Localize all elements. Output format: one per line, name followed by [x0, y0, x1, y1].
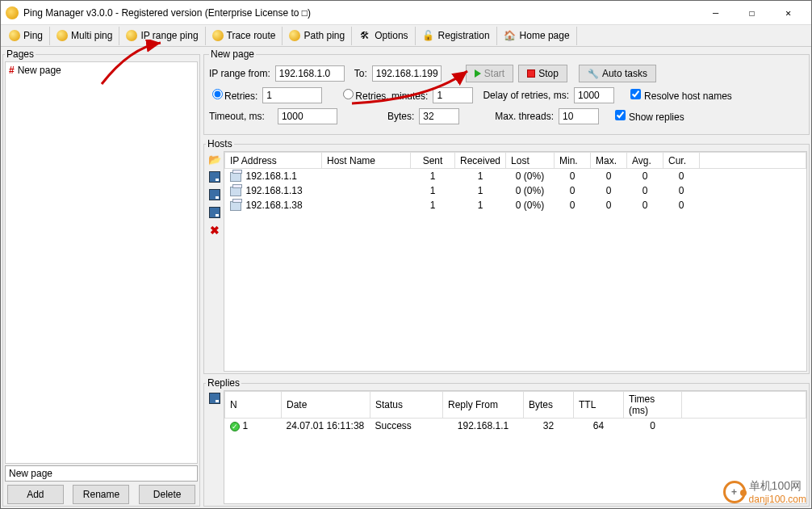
- col-host[interactable]: Host Name: [322, 153, 411, 169]
- ip-from-input[interactable]: [275, 65, 345, 82]
- retries-radio-label[interactable]: Retries:: [209, 89, 257, 102]
- wand-icon: [588, 68, 599, 79]
- replies-legend: Replies: [206, 377, 241, 389]
- host-icon: [230, 172, 241, 182]
- minimize-button[interactable]: —: [697, 1, 734, 24]
- success-icon: ✓: [230, 422, 240, 431]
- showreplies-checkbox[interactable]: [615, 110, 626, 120]
- toolbar: Ping Multi ping IP range ping Trace rout…: [1, 25, 811, 47]
- save-replies-icon[interactable]: [208, 392, 221, 405]
- start-button[interactable]: Start: [466, 65, 513, 82]
- timeout-input[interactable]: [278, 108, 337, 124]
- ping-icon: [126, 30, 137, 41]
- page-item[interactable]: # New page: [7, 64, 195, 77]
- col-ip[interactable]: IP Address: [225, 153, 322, 169]
- maximize-button[interactable]: ☐: [734, 1, 770, 24]
- hosts-legend: Hosts: [206, 138, 234, 149]
- lock-icon: [422, 29, 435, 42]
- maxthreads-label: Max. threads:: [495, 111, 554, 122]
- new-page-panel: New page IP range from: To: Start Stop A…: [203, 48, 810, 135]
- host-icon: [230, 201, 241, 211]
- pages-list[interactable]: # New page: [5, 61, 198, 464]
- stop-icon: [527, 69, 535, 78]
- delay-input[interactable]: [574, 87, 614, 103]
- tab-path-ping[interactable]: Path ping: [283, 27, 352, 45]
- table-row[interactable]: 192.168.1.38110 (0%)0000: [225, 198, 806, 212]
- col-date[interactable]: Date: [282, 392, 370, 419]
- ping-icon: [289, 30, 300, 41]
- table-row[interactable]: 192.168.1.13110 (0%)0000: [225, 183, 806, 198]
- home-icon: [504, 29, 517, 42]
- page-name-input[interactable]: [5, 465, 198, 482]
- delete-icon[interactable]: ✖: [208, 224, 221, 237]
- hosts-grid[interactable]: IP Address Host Name Sent Received Lost …: [224, 151, 807, 372]
- maxthreads-input[interactable]: [559, 108, 599, 124]
- close-button[interactable]: ✕: [770, 1, 806, 24]
- col-n[interactable]: N: [225, 392, 282, 419]
- ping-icon: [57, 30, 68, 41]
- open-folder-icon[interactable]: [208, 153, 221, 166]
- play-icon: [475, 69, 481, 78]
- retries-min-input[interactable]: [433, 87, 473, 103]
- resolve-checkbox[interactable]: [630, 89, 641, 99]
- col-max[interactable]: Max.: [591, 153, 627, 169]
- app-icon: [6, 6, 19, 19]
- ping-icon: [212, 30, 224, 41]
- col-ttl[interactable]: TTL: [574, 392, 624, 419]
- retries-min-radio-label[interactable]: Retries, minutes:: [340, 89, 428, 102]
- window-title: Ping Manager v3.0.0 - Registered version…: [23, 7, 697, 19]
- tab-registration[interactable]: Registration: [416, 27, 497, 45]
- col-from[interactable]: Reply From: [443, 392, 524, 419]
- ping-icon: [9, 30, 20, 41]
- delay-label: Delay of retries, ms:: [483, 90, 569, 101]
- save-icon-2[interactable]: [208, 188, 221, 201]
- tab-multi-ping[interactable]: Multi ping: [50, 27, 119, 45]
- col-bytes[interactable]: Bytes: [524, 392, 574, 419]
- save-icon-3[interactable]: [208, 206, 221, 219]
- col-recv[interactable]: Received: [455, 153, 506, 169]
- replies-grid[interactable]: N Date Status Reply From Bytes TTL Times…: [224, 390, 807, 504]
- table-row[interactable]: ✓124.07.01 16:11:38Success192.168.1.1326…: [225, 419, 806, 434]
- tab-ip-range-ping[interactable]: IP range ping: [119, 27, 205, 45]
- tab-trace-route[interactable]: Trace route: [206, 27, 283, 45]
- table-row[interactable]: 192.168.1.1110 (0%)0000: [225, 169, 806, 184]
- tab-home-page[interactable]: Home page: [497, 27, 577, 45]
- col-avg[interactable]: Avg.: [627, 153, 663, 169]
- showreplies-check-label[interactable]: Show replies: [615, 110, 684, 123]
- ip-to-input[interactable]: [372, 65, 442, 82]
- new-page-legend: New page: [209, 48, 256, 60]
- ip-to-label: To:: [354, 68, 367, 79]
- ip-from-label: IP range from:: [209, 68, 270, 79]
- tab-options[interactable]: Options: [352, 27, 415, 45]
- col-lost[interactable]: Lost: [506, 153, 555, 169]
- pages-legend: Pages: [5, 48, 36, 60]
- host-icon: [230, 187, 241, 196]
- col-min[interactable]: Min.: [555, 153, 591, 169]
- add-button[interactable]: Add: [7, 485, 64, 504]
- pages-panel: Pages # New page Add Rename Delete: [2, 48, 200, 507]
- retries-radio[interactable]: [212, 89, 223, 99]
- auto-tasks-button[interactable]: Auto tasks: [579, 65, 656, 82]
- retries-input[interactable]: [262, 87, 322, 103]
- wrench-icon: [358, 29, 371, 42]
- page-item-label: New page: [18, 65, 61, 76]
- delete-button[interactable]: Delete: [139, 485, 195, 504]
- bytes-input[interactable]: [419, 108, 459, 124]
- titlebar: Ping Manager v3.0.0 - Registered version…: [1, 1, 811, 25]
- col-status[interactable]: Status: [370, 392, 443, 419]
- app-window: Ping Manager v3.0.0 - Registered version…: [0, 0, 812, 509]
- stop-button[interactable]: Stop: [518, 65, 567, 82]
- rename-button[interactable]: Rename: [73, 485, 129, 504]
- replies-panel: Replies N Date Status Reply From Bytes T…: [203, 377, 810, 507]
- hosts-panel: Hosts ✖ IP Address Host Name Sent Recei: [203, 138, 810, 374]
- hash-icon: #: [9, 65, 15, 76]
- col-times[interactable]: Times (ms): [624, 392, 682, 419]
- retries-min-radio[interactable]: [343, 89, 354, 99]
- col-sent[interactable]: Sent: [411, 153, 455, 169]
- save-icon-1[interactable]: [208, 170, 221, 183]
- tab-ping[interactable]: Ping: [2, 27, 50, 45]
- resolve-check-label[interactable]: Resolve host names: [630, 89, 732, 102]
- timeout-label: Timeout, ms:: [209, 111, 265, 122]
- col-cur[interactable]: Cur.: [663, 153, 700, 169]
- bytes-label: Bytes:: [387, 111, 414, 122]
